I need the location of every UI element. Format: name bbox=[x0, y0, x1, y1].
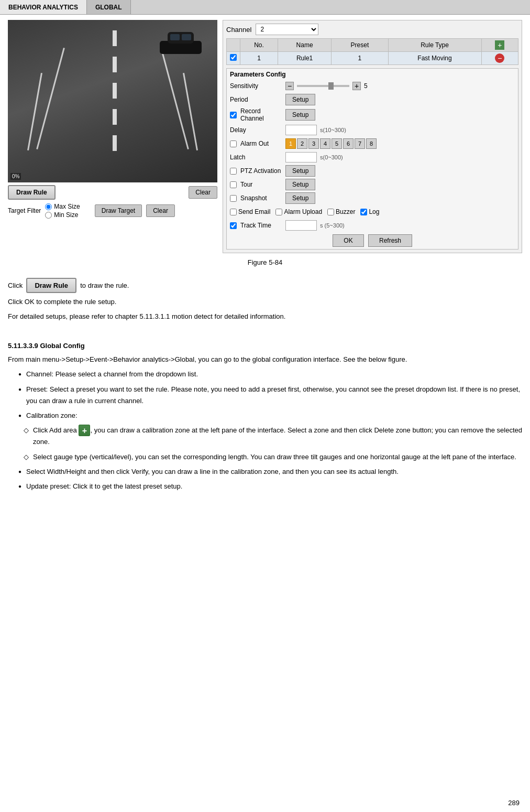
alarm-upload-checkbox[interactable] bbox=[275, 209, 282, 215]
send-email-item[interactable]: Send Email bbox=[230, 208, 270, 215]
latch-row: Latch 10 s(0~300) bbox=[230, 151, 515, 163]
list-item-width-height: Select Width/Height and then click Verif… bbox=[18, 466, 522, 478]
ptz-row: PTZ Activation Setup bbox=[230, 165, 515, 177]
record-channel-label-wrap: Record Channel bbox=[230, 107, 282, 122]
add-rule-button[interactable]: + bbox=[495, 40, 504, 50]
ptz-label-wrap: PTZ Activation bbox=[230, 167, 282, 175]
record-channel-setup-button[interactable]: Setup bbox=[285, 109, 315, 121]
target-filter-row: Target Filter Max Size Min Size Draw Tar… bbox=[8, 203, 217, 219]
snapshot-setup-button[interactable]: Setup bbox=[285, 192, 315, 204]
tab-global[interactable]: GLOBAL bbox=[87, 0, 131, 14]
refresh-button[interactable]: Refresh bbox=[368, 234, 412, 247]
click-line: Click Draw Rule to draw the rule. bbox=[8, 278, 522, 293]
ptz-setup-button[interactable]: Setup bbox=[285, 165, 315, 177]
latch-input[interactable]: 10 bbox=[285, 152, 317, 163]
table-row[interactable]: 1 Rule1 1 Fast Moving − bbox=[227, 52, 518, 65]
text-section: Click Draw Rule to draw the rule. Click … bbox=[0, 278, 530, 492]
road-line-left1 bbox=[36, 48, 65, 149]
tour-row: Tour Setup bbox=[230, 179, 515, 190]
alarm-num-7[interactable]: 7 bbox=[355, 138, 365, 149]
delete-rule-button[interactable]: − bbox=[495, 53, 504, 63]
send-email-checkbox[interactable] bbox=[230, 209, 237, 215]
alarm-out-label: Alarm Out bbox=[240, 140, 269, 147]
alarm-num-8[interactable]: 8 bbox=[366, 138, 377, 149]
tab-behavior-analytics[interactable]: BEHAVIOR ANALYTICS bbox=[0, 0, 87, 14]
record-channel-checkbox[interactable] bbox=[230, 112, 237, 118]
table-cell-name: Rule1 bbox=[278, 52, 331, 65]
radio-group: Max Size Min Size bbox=[45, 203, 80, 219]
params-title: Parameters Config bbox=[230, 71, 515, 78]
alarm-nums: 1 2 3 4 5 6 7 8 bbox=[285, 138, 377, 149]
row-checkbox[interactable] bbox=[230, 54, 237, 61]
clear-button-2[interactable]: Clear bbox=[146, 204, 175, 217]
notifications-row: Send Email Alarm Upload Buzzer bbox=[230, 206, 515, 218]
radio-min-size-input[interactable] bbox=[45, 212, 52, 219]
table-cell-ruletype: Fast Moving bbox=[388, 52, 481, 65]
radio-max-size[interactable]: Max Size bbox=[45, 203, 80, 210]
table-cell-no: 1 bbox=[240, 52, 278, 65]
camera-road: 0% bbox=[8, 20, 217, 182]
alarm-num-3[interactable]: 3 bbox=[308, 138, 319, 149]
tour-checkbox[interactable] bbox=[230, 181, 237, 188]
log-label: Log bbox=[369, 208, 379, 215]
ok-line: Click OK to complete the rule setup. bbox=[8, 296, 522, 308]
camera-section: 0% Draw Rule Clear Target Filter Max Siz… bbox=[8, 20, 217, 253]
tour-setup-button[interactable]: Setup bbox=[285, 179, 315, 190]
table-cell-preset: 1 bbox=[332, 52, 388, 65]
alarm-upload-item[interactable]: Alarm Upload bbox=[275, 208, 322, 215]
table-cell-checkbox[interactable] bbox=[227, 52, 240, 65]
table-cell-del[interactable]: − bbox=[481, 52, 518, 65]
track-time-checkbox[interactable] bbox=[230, 222, 237, 229]
track-time-input[interactable]: 30 bbox=[285, 220, 317, 231]
ptz-label: PTZ Activation bbox=[240, 167, 281, 175]
draw-target-button[interactable]: Draw Target bbox=[95, 204, 142, 217]
add-area-icon[interactable]: + bbox=[79, 425, 90, 436]
alarm-num-2[interactable]: 2 bbox=[297, 138, 307, 149]
channel-row: Channel 2 bbox=[226, 24, 518, 35]
delay-unit: s(10~300) bbox=[320, 127, 346, 133]
ptz-checkbox[interactable] bbox=[230, 168, 237, 175]
delay-input[interactable]: 10 bbox=[285, 125, 317, 135]
alarm-num-6[interactable]: 6 bbox=[343, 138, 354, 149]
tour-label: Tour bbox=[240, 181, 252, 188]
road-dash bbox=[113, 109, 117, 125]
target-filter-label: Target Filter bbox=[8, 207, 41, 214]
log-checkbox[interactable] bbox=[360, 209, 367, 215]
draw-rule-button[interactable]: Draw Rule bbox=[8, 185, 56, 200]
table-header-preset: Preset bbox=[332, 39, 388, 52]
record-channel-label: Record Channel bbox=[240, 107, 282, 122]
camera-buttons-row: Draw Rule Clear bbox=[8, 185, 217, 200]
sensitivity-plus[interactable]: + bbox=[352, 82, 361, 90]
radio-max-size-label: Max Size bbox=[54, 203, 80, 210]
alarm-out-checkbox[interactable] bbox=[230, 140, 237, 147]
params-section: Parameters Config Sensitivity − + 5 bbox=[226, 68, 518, 250]
table-header-checkbox bbox=[227, 39, 240, 52]
buzzer-checkbox[interactable] bbox=[327, 209, 334, 215]
log-item[interactable]: Log bbox=[360, 208, 379, 215]
snapshot-label-wrap: Snapshot bbox=[230, 194, 282, 202]
radio-min-size-label: Min Size bbox=[54, 211, 78, 219]
draw-rule-inline-button[interactable]: Draw Rule bbox=[26, 278, 76, 293]
channel-select[interactable]: 2 bbox=[256, 24, 318, 35]
sensitivity-minus[interactable]: − bbox=[285, 82, 294, 90]
list-item-preset: Preset: Select a preset you want to set … bbox=[18, 384, 522, 407]
list-item-update-preset: Update preset: Click it to get the lates… bbox=[18, 481, 522, 492]
radio-max-size-input[interactable] bbox=[45, 203, 52, 210]
list-item-calibration: Calibration zone: bbox=[18, 410, 522, 421]
alarm-num-1[interactable]: 1 bbox=[285, 138, 296, 149]
sensitivity-slider[interactable] bbox=[297, 85, 349, 87]
ok-button[interactable]: OK bbox=[333, 234, 364, 247]
diamond-item-gauge: Select gauge type (vertical/level), you … bbox=[24, 451, 522, 463]
slider-thumb[interactable] bbox=[328, 82, 334, 90]
alarm-num-5[interactable]: 5 bbox=[332, 138, 342, 149]
buzzer-item[interactable]: Buzzer bbox=[327, 208, 355, 215]
alarm-num-4[interactable]: 4 bbox=[320, 138, 330, 149]
snapshot-checkbox[interactable] bbox=[230, 195, 237, 202]
period-setup-button[interactable]: Setup bbox=[285, 94, 315, 105]
road-dash bbox=[113, 83, 117, 99]
alarm-out-label-wrap: Alarm Out bbox=[230, 140, 282, 147]
check-row: Send Email Alarm Upload Buzzer bbox=[230, 208, 379, 215]
clear-button-1[interactable]: Clear bbox=[189, 186, 217, 199]
snapshot-row: Snapshot Setup bbox=[230, 192, 515, 204]
radio-min-size[interactable]: Min Size bbox=[45, 211, 80, 219]
